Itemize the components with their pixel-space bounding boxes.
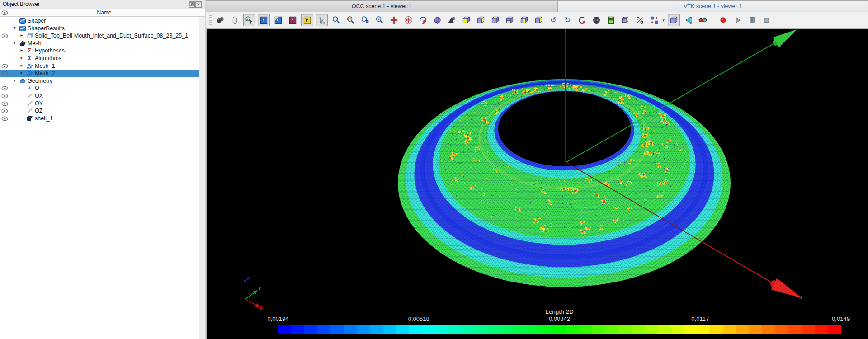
visibility-eye-icon[interactable] [1, 71, 9, 76]
expand-closed-icon[interactable]: ▸ [19, 55, 24, 60]
zoom-selection-icon[interactable] [373, 14, 386, 26]
visibility-eye-icon[interactable] [1, 101, 9, 106]
visibility-eye-icon[interactable] [1, 33, 9, 38]
zoom-100-icon[interactable]: 100 [590, 14, 603, 26]
visibility-eye-icon[interactable] [1, 116, 9, 121]
sigmared-icon: Σ [26, 47, 33, 54]
tree-item-Solid_Top_Bell-Mouth_Inlet_and_Duct_Surface_08_23_25_1[interactable]: ▸Solid_Top_Bell-Mouth_Inlet_and_Duct_Sur… [0, 32, 199, 40]
tree-item-Mesh_2[interactable]: ▸Mesh_2 [0, 70, 199, 77]
tree-item-O[interactable]: +O [0, 85, 199, 92]
expand-closed-icon[interactable]: ▸ [19, 47, 24, 52]
fit-all-icon[interactable] [446, 14, 458, 26]
right-view-icon[interactable] [533, 14, 545, 26]
show-trihedron-icon[interactable] [316, 14, 328, 26]
axes-scaling-icon[interactable] [634, 14, 646, 26]
stereo-icon[interactable] [697, 14, 709, 26]
selection-face-icon[interactable] [287, 14, 299, 26]
tree-item-label: ShaperResults [28, 25, 65, 32]
expand-open-icon[interactable]: ▾ [12, 25, 17, 30]
vtk-3d-viewport[interactable]: X Z Y X Length 2D 0,001940,005180,008420… [206, 29, 868, 339]
visibility-eye-icon[interactable] [1, 64, 9, 69]
visibility-eye-icon[interactable] [1, 86, 9, 91]
redo-view-icon[interactable]: ↻ [561, 14, 574, 26]
undo-view-icon[interactable]: ↺ [547, 14, 559, 26]
tree-item-ShaperResults[interactable]: ▾ShaperResults [0, 25, 199, 33]
scalar-bar-gradient [278, 325, 841, 334]
close-button[interactable]: × [195, 1, 202, 8]
reset-view-icon[interactable] [576, 14, 588, 26]
tree-item-label: Mesh [28, 40, 42, 47]
preselection-icon[interactable] [243, 14, 255, 26]
front-view-icon[interactable] [460, 14, 472, 26]
top-view-icon[interactable] [489, 14, 501, 26]
tree-item-label: Hypotheses [35, 47, 65, 54]
rotation-point-icon[interactable] [431, 14, 443, 26]
tree-item-Hypotheses[interactable]: ▸ΣHypotheses [0, 47, 199, 55]
tree-scrollbar[interactable] [199, 17, 205, 339]
tab-occ-viewer[interactable]: OCC scene:1 - viewer:1 [206, 0, 557, 12]
tree-item-Mesh[interactable]: ▾Mesh [0, 40, 199, 47]
zoom-fit-icon[interactable] [359, 14, 371, 26]
vtk-tab-title: VTK scene:1 - viewer:1 [684, 3, 742, 9]
tree-item-Shaper[interactable]: Shaper [0, 17, 199, 25]
pan-icon[interactable] [388, 14, 400, 26]
graduated-axes-icon[interactable] [619, 14, 632, 26]
tree-item-label: Shaper [28, 18, 46, 24]
object-browser-titlebar: Object Browser × [0, 0, 205, 9]
tree-column-header[interactable]: Name [0, 9, 205, 17]
mesh-canvas[interactable]: X Z Y X [207, 29, 868, 339]
shading-mode-icon[interactable] [668, 14, 680, 26]
pause-recording-icon[interactable] [746, 14, 758, 26]
tree-item-Mesh_1[interactable]: ▸Mesh_1 [0, 62, 199, 70]
dropdown-caret-icon[interactable]: ▾ [662, 18, 665, 23]
visibility-eye-icon[interactable] [1, 94, 9, 99]
stop-recording-icon[interactable] [760, 14, 773, 26]
play-recording-icon[interactable] [731, 14, 744, 26]
start-recording-icon[interactable] [717, 14, 729, 26]
interaction-style-icon[interactable] [214, 14, 226, 26]
zoom-icon[interactable] [330, 14, 342, 26]
viewer-title-bars: OCC scene:1 - viewer:1 VTK scene:1 - vie… [206, 0, 868, 12]
zoom-window-icon[interactable] [344, 14, 357, 26]
back-view-icon[interactable] [475, 14, 487, 26]
tree-item-OY[interactable]: OY [0, 100, 199, 108]
expand-closed-icon[interactable]: ▸ [19, 33, 24, 38]
tree-item-Algorithms[interactable]: ▸ΣAlgorithms [0, 55, 199, 62]
shaper-icon [19, 18, 26, 24]
mouse-interaction-icon[interactable] [229, 14, 241, 26]
name-column-header[interactable]: Name [9, 9, 199, 17]
rotate-icon[interactable] [417, 14, 429, 26]
bottom-view-icon[interactable] [504, 14, 516, 26]
solid-icon [26, 33, 33, 39]
float-button[interactable] [189, 1, 195, 8]
object-browser-panel: Object Browser × Name Shaper▾ShaperResul… [0, 0, 205, 339]
visibility-column-eye-icon[interactable] [0, 9, 9, 17]
expand-closed-icon[interactable]: ▸ [19, 70, 24, 75]
float-icon [189, 2, 194, 6]
scalar-bar-tick-label: 0,0117 [691, 315, 709, 322]
selection-volume-icon[interactable] [301, 14, 313, 26]
selection-point-icon[interactable] [258, 14, 270, 26]
scalar-bar-icon[interactable] [605, 14, 617, 26]
tree-item-label: Mesh_2 [35, 70, 55, 77]
selection-edge-icon[interactable] [272, 14, 284, 26]
toolbar-drag-handle[interactable] [209, 15, 212, 26]
expand-open-icon[interactable]: ▾ [12, 78, 17, 83]
tree-item-label: Algorithms [35, 55, 61, 62]
expand-open-icon[interactable]: ▾ [12, 40, 17, 45]
presentation-mode-icon[interactable] [682, 14, 694, 26]
tree-item-shell_1[interactable]: shell_1 [0, 115, 199, 122]
visibility-eye-icon[interactable] [1, 108, 9, 113]
tree-item-OX[interactable]: OX [0, 92, 199, 100]
selection-modes-icon[interactable]: ▾ [648, 14, 660, 26]
meshroot-icon [19, 40, 26, 47]
tree-item-Geometry[interactable]: ▾Geometry [0, 77, 199, 85]
scalar-bar[interactable]: Length 2D 0,001940,005180,008420,01170,0… [278, 308, 841, 336]
tree-item-OZ[interactable]: OZ [0, 107, 199, 115]
global-pan-icon[interactable] [402, 14, 415, 26]
expand-closed-icon[interactable]: ▸ [19, 63, 24, 68]
x-axis-line [701, 241, 774, 284]
tab-vtk-viewer[interactable]: VTK scene:1 - viewer:1 [557, 0, 868, 12]
left-view-icon[interactable] [518, 14, 530, 26]
tree-item-label: OZ [35, 108, 42, 114]
